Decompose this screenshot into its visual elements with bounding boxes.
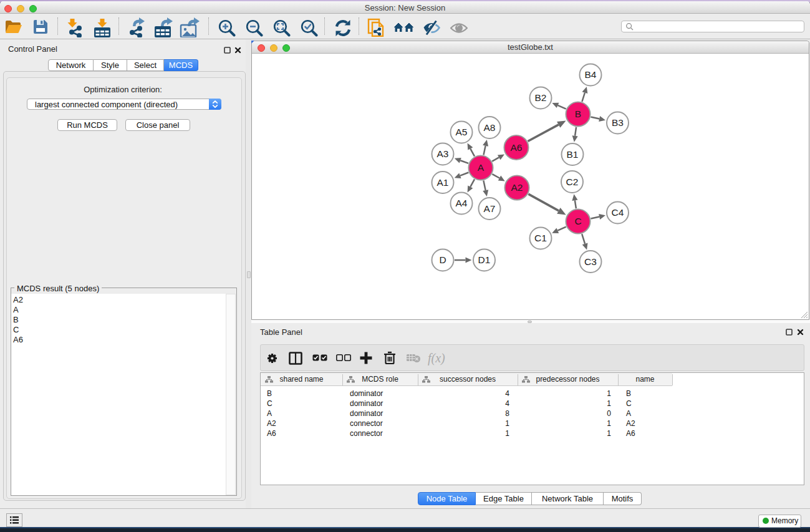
svg-text:A3: A3 <box>437 148 449 159</box>
svg-text:B2: B2 <box>535 92 547 103</box>
svg-text:A5: A5 <box>456 127 468 137</box>
svg-text:A8: A8 <box>484 122 496 133</box>
svg-text:A2: A2 <box>511 182 523 193</box>
svg-text:D1: D1 <box>478 254 491 265</box>
svg-text:C1: C1 <box>534 233 547 243</box>
svg-text:D: D <box>439 254 446 265</box>
svg-text:B3: B3 <box>612 117 624 128</box>
svg-text:f(x): f(x) <box>428 351 445 365</box>
svg-text:B1: B1 <box>567 149 579 160</box>
svg-text:A7: A7 <box>484 203 496 214</box>
svg-text:A4: A4 <box>456 198 468 208</box>
svg-text:B: B <box>575 109 581 119</box>
svg-text:C2: C2 <box>566 177 579 187</box>
svg-text:A: A <box>478 162 485 173</box>
svg-text:C: C <box>574 216 581 226</box>
svg-text:A1: A1 <box>437 177 449 188</box>
svg-text:C4: C4 <box>612 207 624 218</box>
svg-text:A6: A6 <box>511 142 523 153</box>
svg-text:C3: C3 <box>584 256 597 267</box>
svg-text:B4: B4 <box>585 69 597 80</box>
